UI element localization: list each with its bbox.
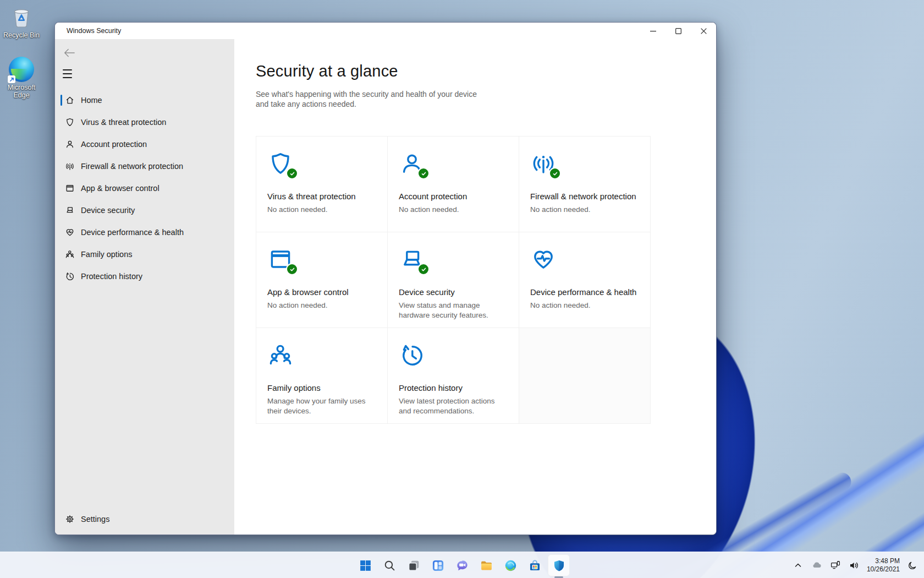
hidden-icons-chevron-icon[interactable] [791, 554, 805, 576]
taskbar-center-icons [354, 554, 570, 576]
system-tray: 3:48 PM 10/26/2021 [791, 552, 920, 578]
tile-title: App & browser control [267, 287, 376, 298]
taskbar-edge-icon[interactable] [499, 554, 521, 576]
maximize-button[interactable] [666, 23, 691, 39]
sidebar-item-settings[interactable]: Settings [55, 508, 234, 530]
gear-icon [65, 514, 75, 524]
taskbar-search-icon[interactable] [378, 554, 400, 576]
taskbar-start-icon[interactable] [354, 554, 376, 576]
clock-date: 10/26/2021 [867, 565, 900, 574]
tile-family-options[interactable]: Family optionsManage how your family use… [256, 328, 388, 424]
hamburger-menu-button[interactable] [63, 69, 74, 78]
tile-virus-threat-protection[interactable]: Virus & threat protectionNo action neede… [256, 137, 388, 232]
onedrive-cloud-icon[interactable] [810, 554, 824, 576]
taskbar-store-icon[interactable] [524, 554, 546, 576]
sidebar-item-label: App & browser control [81, 184, 160, 193]
sidebar-item-label: Settings [81, 515, 109, 524]
tile-title: Family options [267, 383, 376, 394]
network-icon[interactable] [828, 554, 843, 576]
tile-status: View latest protection actions and recom… [399, 396, 508, 416]
sidebar-item-label: Device performance & health [81, 228, 184, 237]
taskbar-chat-icon[interactable] [451, 554, 473, 576]
sidebar-item-protection-history[interactable]: Protection history [55, 265, 234, 287]
tile-device-security[interactable]: Device securityView status and manage ha… [388, 232, 519, 328]
desktop-icon-recycle-bin[interactable]: Recycle Bin [0, 4, 43, 39]
sidebar-nav: HomeVirus & threat protectionAccount pro… [55, 89, 234, 287]
close-button[interactable] [691, 23, 716, 39]
minimize-button[interactable] [640, 23, 666, 39]
tile-title: Account protection [399, 192, 508, 202]
taskbar-widgets-icon[interactable] [427, 554, 449, 576]
home-icon [65, 95, 75, 105]
back-arrow-icon [63, 48, 75, 58]
tile-status: View status and manage hardware security… [399, 301, 508, 320]
person-icon [65, 139, 75, 149]
windows-security-window: Windows Security HomeVirus & threat prot… [54, 22, 717, 535]
taskbar-file-explorer-icon[interactable] [475, 554, 497, 576]
desktop-icon-microsoft-edge[interactable]: Microsoft Edge [0, 57, 43, 99]
page-title: Security at a glance [256, 62, 716, 80]
sidebar-item-label: Protection history [81, 272, 142, 281]
person-icon [399, 150, 425, 177]
check-badge-icon [549, 167, 561, 179]
main-content: Security at a glance See what's happenin… [234, 39, 716, 535]
clock-time: 3:48 PM [867, 557, 900, 565]
tile-status: No action needed. [530, 205, 639, 215]
taskbar: 3:48 PM 10/26/2021 [0, 552, 924, 578]
sidebar-item-family-options[interactable]: Family options [55, 243, 234, 265]
family-icon [267, 342, 294, 368]
sidebar-item-label: Device security [81, 206, 135, 215]
shield-icon [65, 117, 75, 127]
sidebar-item-device-security[interactable]: Device security [55, 199, 234, 221]
taskbar-clock[interactable]: 3:48 PM 10/26/2021 [866, 557, 901, 574]
title-bar[interactable]: Windows Security [55, 23, 716, 39]
history-icon [399, 342, 425, 368]
taskbar-task-view-icon[interactable] [403, 554, 425, 576]
tile-firewall-network-protection[interactable]: Firewall & network protectionNo action n… [519, 137, 651, 232]
check-badge-icon [417, 263, 430, 275]
tile-app-browser-control[interactable]: App & browser controlNo action needed. [256, 232, 388, 328]
sidebar-item-firewall-network-protection[interactable]: Firewall & network protection [55, 155, 234, 177]
shortcut-arrow-icon [8, 75, 15, 83]
health-icon [530, 246, 557, 272]
tile-protection-history[interactable]: Protection historyView latest protection… [388, 328, 519, 424]
tile-title: Firewall & network protection [530, 192, 639, 202]
taskbar-windows-security-icon[interactable] [548, 554, 570, 576]
tile-title: Protection history [399, 383, 508, 394]
tile-status: No action needed. [530, 301, 639, 310]
tile-device-performance-health[interactable]: Device performance & healthNo action nee… [519, 232, 651, 328]
empty-grid-cell [519, 328, 651, 424]
sidebar-item-app-browser-control[interactable]: App & browser control [55, 177, 234, 199]
security-tile-grid: Virus & threat protectionNo action neede… [256, 136, 651, 424]
sidebar-item-account-protection[interactable]: Account protection [55, 133, 234, 155]
back-button[interactable] [61, 45, 78, 61]
tile-title: Device performance & health [530, 287, 639, 298]
recycle-bin-icon [9, 4, 34, 30]
family-icon [65, 249, 75, 259]
volume-icon[interactable] [847, 554, 861, 576]
tile-status: No action needed. [399, 205, 508, 215]
tile-status: Manage how your family uses their device… [267, 396, 376, 416]
tile-status: No action needed. [267, 205, 376, 215]
network-icon [530, 150, 557, 177]
sidebar-item-device-performance-health[interactable]: Device performance & health [55, 221, 234, 243]
active-indicator [61, 95, 62, 106]
sidebar-item-label: Family options [81, 250, 132, 259]
shield-icon [267, 150, 294, 177]
laptop-icon [399, 246, 425, 272]
sidebar-item-label: Firewall & network protection [81, 162, 183, 171]
check-badge-icon [286, 167, 298, 179]
history-icon [65, 271, 75, 281]
health-icon [65, 227, 75, 237]
check-badge-icon [286, 263, 298, 275]
edge-icon [9, 57, 34, 82]
tile-status: No action needed. [267, 301, 376, 310]
sidebar: HomeVirus & threat protectionAccount pro… [55, 39, 234, 535]
app-icon [65, 183, 75, 193]
tile-account-protection[interactable]: Account protectionNo action needed. [388, 137, 519, 232]
focus-assist-moon-icon[interactable] [905, 554, 920, 576]
page-subtitle: See what's happening with the security a… [256, 89, 477, 110]
sidebar-item-virus-threat-protection[interactable]: Virus & threat protection [55, 111, 234, 133]
network-icon [65, 161, 75, 171]
sidebar-item-home[interactable]: Home [55, 89, 234, 111]
